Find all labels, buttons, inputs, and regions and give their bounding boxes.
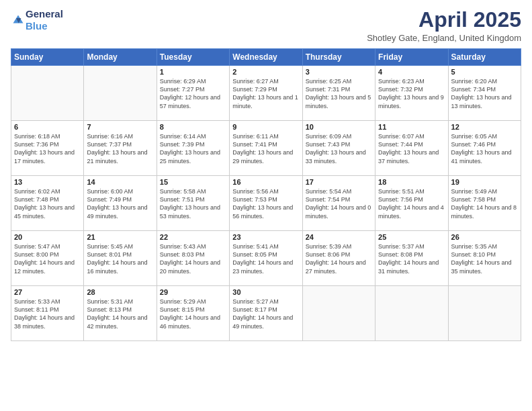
day-info: Sunrise: 5:33 AMSunset: 8:11 PMDaylight:…	[14, 298, 81, 330]
calendar-cell: 29Sunrise: 5:29 AMSunset: 8:15 PMDayligh…	[157, 286, 229, 341]
day-number: 11	[378, 123, 445, 131]
day-info: Sunrise: 5:31 AMSunset: 8:13 PMDaylight:…	[87, 298, 153, 330]
calendar-cell: 13Sunrise: 6:02 AMSunset: 7:48 PMDayligh…	[11, 176, 84, 231]
day-number: 5	[451, 68, 518, 76]
day-info: Sunrise: 5:56 AMSunset: 7:53 PMDaylight:…	[232, 187, 299, 220]
day-info: Sunrise: 5:51 AMSunset: 7:56 PMDaylight:…	[378, 187, 445, 220]
calendar-location: Shotley Gate, England, United Kingdom	[367, 33, 521, 43]
day-info: Sunrise: 6:07 AMSunset: 7:44 PMDaylight:…	[378, 132, 445, 165]
day-number: 16	[232, 178, 299, 186]
calendar-cell	[448, 286, 521, 341]
day-number: 25	[378, 233, 445, 241]
logo-blue: Blue	[26, 20, 48, 32]
day-number: 30	[232, 288, 299, 296]
day-info: Sunrise: 6:09 AMSunset: 7:43 PMDaylight:…	[306, 132, 372, 165]
header-right: April 2025 Shotley Gate, England, United…	[367, 8, 521, 43]
calendar-cell	[11, 66, 84, 121]
calendar-cell: 28Sunrise: 5:31 AMSunset: 8:13 PMDayligh…	[84, 286, 157, 341]
day-number: 28	[87, 288, 153, 296]
calendar-cell: 19Sunrise: 5:49 AMSunset: 7:58 PMDayligh…	[448, 176, 521, 231]
day-number: 18	[378, 178, 445, 186]
day-number: 4	[378, 68, 445, 76]
day-number: 20	[14, 233, 81, 241]
calendar-cell: 3Sunrise: 6:25 AMSunset: 7:31 PMDaylight…	[302, 66, 375, 121]
logo-icon	[12, 14, 24, 26]
calendar-week-4: 20Sunrise: 5:47 AMSunset: 8:00 PMDayligh…	[11, 231, 521, 286]
calendar-title: April 2025	[367, 8, 521, 32]
day-info: Sunrise: 6:02 AMSunset: 7:48 PMDaylight:…	[14, 187, 81, 220]
day-info: Sunrise: 6:16 AMSunset: 7:37 PMDaylight:…	[87, 132, 153, 165]
calendar-cell: 26Sunrise: 5:35 AMSunset: 8:10 PMDayligh…	[448, 231, 521, 286]
day-number: 1	[160, 68, 226, 76]
calendar-cell: 7Sunrise: 6:16 AMSunset: 7:37 PMDaylight…	[84, 121, 157, 176]
calendar-cell: 21Sunrise: 5:45 AMSunset: 8:01 PMDayligh…	[84, 231, 157, 286]
day-number: 14	[87, 178, 153, 186]
day-number: 6	[14, 123, 81, 131]
day-number: 2	[232, 68, 299, 76]
calendar-cell	[84, 66, 157, 121]
calendar-cell: 14Sunrise: 6:00 AMSunset: 7:49 PMDayligh…	[84, 176, 157, 231]
day-info: Sunrise: 5:29 AMSunset: 8:15 PMDaylight:…	[160, 298, 226, 330]
weekday-header-row: Sunday Monday Tuesday Wednesday Thursday…	[11, 49, 521, 66]
day-info: Sunrise: 5:27 AMSunset: 8:17 PMDaylight:…	[232, 298, 299, 330]
day-number: 10	[306, 123, 372, 131]
calendar-cell	[302, 286, 375, 341]
calendar-cell: 15Sunrise: 5:58 AMSunset: 7:51 PMDayligh…	[157, 176, 229, 231]
day-info: Sunrise: 5:43 AMSunset: 8:03 PMDaylight:…	[160, 242, 226, 275]
col-thursday: Thursday	[302, 49, 375, 66]
calendar-table: Sunday Monday Tuesday Wednesday Thursday…	[11, 48, 521, 341]
day-info: Sunrise: 5:39 AMSunset: 8:06 PMDaylight:…	[306, 242, 372, 275]
day-info: Sunrise: 6:25 AMSunset: 7:31 PMDaylight:…	[306, 77, 372, 110]
col-sunday: Sunday	[11, 49, 84, 66]
calendar-week-1: 1Sunrise: 6:29 AMSunset: 7:27 PMDaylight…	[11, 66, 521, 121]
calendar-cell: 6Sunrise: 6:18 AMSunset: 7:36 PMDaylight…	[11, 121, 84, 176]
day-number: 26	[451, 233, 518, 241]
day-number: 8	[160, 123, 226, 131]
col-saturday: Saturday	[448, 49, 521, 66]
day-info: Sunrise: 5:58 AMSunset: 7:51 PMDaylight:…	[160, 187, 226, 220]
day-info: Sunrise: 5:45 AMSunset: 8:01 PMDaylight:…	[87, 242, 153, 275]
day-number: 21	[87, 233, 153, 241]
day-number: 15	[160, 178, 226, 186]
day-number: 22	[160, 233, 226, 241]
calendar-cell: 1Sunrise: 6:29 AMSunset: 7:27 PMDaylight…	[157, 66, 229, 121]
calendar-cell: 18Sunrise: 5:51 AMSunset: 7:56 PMDayligh…	[375, 176, 448, 231]
day-info: Sunrise: 5:37 AMSunset: 8:08 PMDaylight:…	[378, 242, 445, 275]
day-info: Sunrise: 6:00 AMSunset: 7:49 PMDaylight:…	[87, 187, 153, 220]
day-info: Sunrise: 6:14 AMSunset: 7:39 PMDaylight:…	[160, 132, 226, 165]
calendar-cell: 25Sunrise: 5:37 AMSunset: 8:08 PMDayligh…	[375, 231, 448, 286]
calendar-cell: 20Sunrise: 5:47 AMSunset: 8:00 PMDayligh…	[11, 231, 84, 286]
header: General Blue April 2025 Shotley Gate, En…	[11, 8, 521, 43]
day-info: Sunrise: 5:47 AMSunset: 8:00 PMDaylight:…	[14, 242, 81, 275]
day-info: Sunrise: 5:41 AMSunset: 8:05 PMDaylight:…	[232, 242, 299, 275]
calendar-week-2: 6Sunrise: 6:18 AMSunset: 7:36 PMDaylight…	[11, 121, 521, 176]
page: General Blue April 2025 Shotley Gate, En…	[0, 0, 532, 411]
calendar-cell: 8Sunrise: 6:14 AMSunset: 7:39 PMDaylight…	[157, 121, 229, 176]
calendar-week-5: 27Sunrise: 5:33 AMSunset: 8:11 PMDayligh…	[11, 286, 521, 341]
day-number: 3	[306, 68, 372, 76]
calendar-cell: 24Sunrise: 5:39 AMSunset: 8:06 PMDayligh…	[302, 231, 375, 286]
calendar-cell: 10Sunrise: 6:09 AMSunset: 7:43 PMDayligh…	[302, 121, 375, 176]
day-info: Sunrise: 6:11 AMSunset: 7:41 PMDaylight:…	[232, 132, 299, 165]
day-info: Sunrise: 6:27 AMSunset: 7:29 PMDaylight:…	[232, 77, 299, 110]
calendar-cell: 4Sunrise: 6:23 AMSunset: 7:32 PMDaylight…	[375, 66, 448, 121]
calendar-cell: 5Sunrise: 6:20 AMSunset: 7:34 PMDaylight…	[448, 66, 521, 121]
day-info: Sunrise: 6:05 AMSunset: 7:46 PMDaylight:…	[451, 132, 518, 165]
calendar-cell: 30Sunrise: 5:27 AMSunset: 8:17 PMDayligh…	[230, 286, 302, 341]
col-wednesday: Wednesday	[230, 49, 302, 66]
day-info: Sunrise: 5:49 AMSunset: 7:58 PMDaylight:…	[451, 187, 518, 220]
calendar-cell: 17Sunrise: 5:54 AMSunset: 7:54 PMDayligh…	[302, 176, 375, 231]
day-number: 13	[14, 178, 81, 186]
col-monday: Monday	[84, 49, 157, 66]
col-friday: Friday	[375, 49, 448, 66]
calendar-cell: 22Sunrise: 5:43 AMSunset: 8:03 PMDayligh…	[157, 231, 229, 286]
calendar-cell	[375, 286, 448, 341]
calendar-cell: 16Sunrise: 5:56 AMSunset: 7:53 PMDayligh…	[230, 176, 302, 231]
logo: General Blue	[11, 8, 63, 32]
calendar-week-3: 13Sunrise: 6:02 AMSunset: 7:48 PMDayligh…	[11, 176, 521, 231]
day-info: Sunrise: 6:29 AMSunset: 7:27 PMDaylight:…	[160, 77, 226, 110]
calendar-cell: 2Sunrise: 6:27 AMSunset: 7:29 PMDaylight…	[230, 66, 302, 121]
calendar-cell: 12Sunrise: 6:05 AMSunset: 7:46 PMDayligh…	[448, 121, 521, 176]
logo-general: General	[26, 8, 63, 19]
day-number: 24	[306, 233, 372, 241]
